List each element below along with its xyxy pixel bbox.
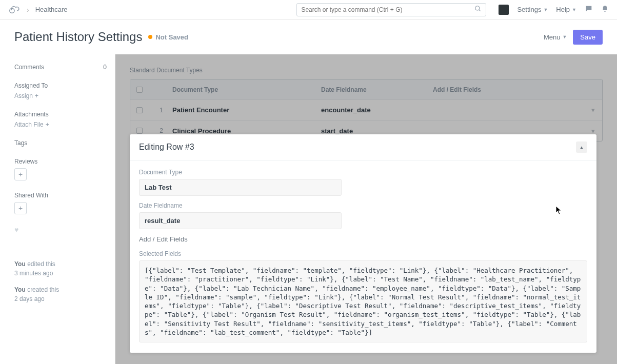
sidebar-assigned-label: Assigned To — [14, 82, 107, 89]
global-search[interactable] — [296, 3, 486, 16]
svg-line-2 — [479, 10, 481, 11]
chat-icon[interactable] — [585, 5, 593, 14]
app-logo[interactable] — [8, 4, 21, 16]
sidebar-attachments-label: Attachments — [14, 111, 107, 118]
add-edit-fields-button[interactable]: Add / Edit Fields — [139, 235, 188, 243]
page-title: Patient History Settings — [14, 30, 142, 44]
sidebar-reviews-label: Reviews — [14, 158, 107, 165]
comments-count: 0 — [103, 64, 107, 71]
page-head: Patient History Settings Not Saved Menu▼… — [0, 19, 617, 54]
input-document-type[interactable]: Lab Test — [139, 179, 342, 196]
search-icon — [474, 5, 482, 14]
avatar[interactable] — [499, 5, 509, 15]
like-icon[interactable]: ♥ — [14, 226, 107, 234]
attach-file-button[interactable]: Attach File+ — [14, 121, 107, 128]
input-date-fieldname[interactable]: result_date — [139, 212, 342, 229]
chevron-right-icon: › — [27, 6, 29, 14]
topbar: › Healthcare Settings▼ Help▼ — [0, 0, 617, 19]
settings-menu[interactable]: Settings▼ — [517, 6, 548, 13]
save-button[interactable]: Save — [573, 30, 603, 45]
status-indicator-icon — [148, 35, 152, 39]
svg-point-1 — [475, 6, 480, 10]
plus-icon: + — [35, 92, 38, 99]
help-menu[interactable]: Help▼ — [556, 6, 576, 13]
label-document-type: Document Type — [139, 169, 587, 176]
svg-point-0 — [10, 8, 14, 13]
search-input[interactable] — [301, 6, 474, 13]
share-button[interactable]: + — [14, 202, 27, 214]
add-review-button[interactable]: + — [14, 168, 27, 180]
status-label: Not Saved — [155, 33, 188, 41]
sidebar-shared-label: Shared With — [14, 192, 107, 199]
sidebar: Comments 0 Assigned To Assign+ Attachmen… — [0, 54, 115, 364]
timeline-item: You created this 2 days ago — [14, 285, 107, 304]
collapse-button[interactable]: ▲ — [576, 141, 587, 153]
plus-icon: + — [46, 121, 49, 128]
label-date-fieldname: Date Fieldname — [139, 202, 587, 209]
top-right: Settings▼ Help▼ — [499, 5, 609, 15]
main-content: Standard Document Types Document Type Da… — [115, 54, 617, 364]
sidebar-tags-label: Tags — [14, 139, 107, 147]
bell-icon[interactable] — [601, 5, 609, 14]
label-selected-fields: Selected Fields — [139, 250, 587, 257]
assign-button[interactable]: Assign+ — [14, 92, 107, 99]
modal-title: Editing Row #3 — [139, 143, 194, 152]
sidebar-comments[interactable]: Comments 0 — [14, 64, 107, 71]
timeline-item: You edited this 3 minutes ago — [14, 259, 107, 278]
selected-fields-textarea[interactable]: [{"label": "Test Template", "fieldname":… — [139, 260, 587, 342]
breadcrumb-module[interactable]: Healthcare — [35, 6, 68, 13]
row-editor-modal: Editing Row #3 ▲ Document Type Lab Test … — [130, 134, 596, 353]
menu-button[interactable]: Menu▼ — [544, 33, 567, 41]
